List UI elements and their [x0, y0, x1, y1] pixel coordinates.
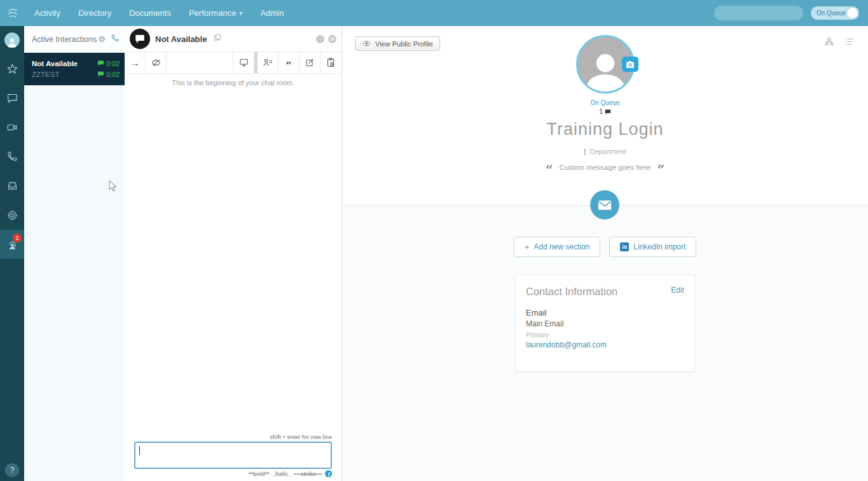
- user-avatar-icon: [4, 32, 20, 48]
- change-photo-button[interactable]: [622, 57, 638, 72]
- transfer-button[interactable]: →: [125, 52, 146, 73]
- interaction-list-item[interactable]: Not Available 0:02 ZZTEST 0:02: [24, 53, 125, 85]
- person-silhouette-icon: [582, 48, 629, 92]
- chat-panel: Not Available ‹ ⊘ →: [125, 26, 342, 481]
- nav-documents[interactable]: Documents: [120, 0, 180, 26]
- rail-workspace[interactable]: [0, 200, 24, 230]
- notes-button[interactable]: [300, 52, 320, 73]
- nav-directory[interactable]: Directory: [69, 0, 120, 26]
- format-hints: **bold** _italic_ ~~strike~~ i: [134, 470, 332, 477]
- slash-circle-glyph: ⊘: [330, 36, 335, 42]
- edit-link[interactable]: Edit: [671, 286, 684, 295]
- top-navigation-bar: Activity Directory Documents Performance…: [0, 0, 868, 26]
- search-input[interactable]: [719, 9, 818, 18]
- compose-icon: [305, 57, 315, 68]
- camera-icon: [625, 60, 635, 69]
- nav-performance-label: Performance: [189, 8, 236, 18]
- rail-profile[interactable]: [0, 26, 24, 54]
- nav-activity[interactable]: Activity: [25, 0, 69, 26]
- nav-directory-label: Directory: [78, 8, 111, 18]
- collapse-back-icon[interactable]: ‹: [316, 35, 324, 43]
- rail-interactions[interactable]: 1: [0, 230, 24, 259]
- contact-email-link[interactable]: laurendobb@gmail.com: [526, 340, 684, 349]
- envelope-icon: [598, 200, 612, 211]
- nav-performance[interactable]: Performance ▾: [180, 0, 251, 26]
- interaction-row-queue: ZZTEST 0:02: [32, 69, 120, 80]
- toolbar-spacer: [167, 52, 233, 73]
- format-hint-bold: **bold**: [248, 471, 269, 477]
- canned-responses-button[interactable]: “: [279, 52, 300, 73]
- phone-icon: [6, 151, 18, 162]
- logo-swirl-icon: [6, 6, 20, 20]
- profile-name: Training Login: [342, 120, 868, 139]
- video-camera-icon: [6, 122, 18, 133]
- on-queue-toggle[interactable]: On Queue: [811, 6, 859, 20]
- chat-composer: shift + enter for new line **bold** _ita…: [125, 434, 341, 481]
- toggle-knob[interactable]: [847, 8, 858, 18]
- star-icon: [6, 63, 18, 75]
- dialpad-phone-icon[interactable]: [111, 34, 120, 45]
- chat-intro-text: This is the beginning of your chat room.: [125, 79, 341, 87]
- chat-toolbar: →: [125, 52, 341, 74]
- chat-count-value: 1: [599, 108, 603, 115]
- newline-hint: shift + enter for new line: [134, 434, 332, 440]
- block-icon[interactable]: ⊘: [328, 35, 336, 43]
- message-input[interactable]: [135, 443, 331, 468]
- add-new-section-label: Add new section: [534, 242, 589, 251]
- message-input-wrap: [134, 442, 332, 469]
- info-icon[interactable]: i: [325, 470, 332, 477]
- linkedin-import-button[interactable]: in LinkedIn import: [609, 237, 696, 257]
- chat-header: Not Available ‹ ⊘: [125, 26, 341, 52]
- mute-hide-button[interactable]: [146, 52, 167, 73]
- chat-bubble-green-icon: [97, 71, 104, 78]
- interaction-row-status: Not Available 0:02: [32, 58, 120, 69]
- rail-chat[interactable]: [0, 83, 24, 113]
- contact-details-button[interactable]: [258, 52, 279, 73]
- chat-bubble-dark-icon: [605, 109, 611, 115]
- active-interactions-panel: Active Interactions ⚙ Not Available 0:02…: [24, 26, 125, 481]
- profile-status[interactable]: On Queue: [342, 99, 868, 106]
- arrow-right-icon: →: [130, 57, 140, 68]
- app-logo[interactable]: [0, 0, 25, 26]
- rail-favorites[interactable]: [0, 54, 24, 83]
- global-search: [714, 6, 803, 20]
- linkedin-icon: in: [620, 242, 629, 251]
- quote-icon: “: [286, 60, 292, 66]
- question-icon: ?: [10, 466, 15, 475]
- format-hint-italic: _italic_: [272, 471, 291, 477]
- target-icon: [6, 209, 18, 221]
- copy-icon[interactable]: [213, 33, 222, 45]
- custom-message-text[interactable]: Custom message goes here: [560, 164, 651, 171]
- pipe-glyph: |: [584, 148, 586, 155]
- gear-icon[interactable]: ⚙: [98, 34, 106, 44]
- left-icon-rail: 1 ?: [0, 26, 24, 481]
- department-label: Department: [589, 148, 626, 155]
- contact-information-card: Contact Information Edit Email Main Emai…: [515, 275, 695, 372]
- rail-inbox[interactable]: [0, 171, 24, 200]
- app-window: Activity Directory Documents Performance…: [0, 0, 868, 481]
- interaction-duration: 0:02: [107, 71, 120, 78]
- profile-chat-count: 1: [342, 108, 868, 115]
- chevron-left-glyph: ‹: [319, 36, 321, 42]
- contact-card-header: Contact Information Edit: [526, 286, 684, 298]
- profile-department[interactable]: |Department: [342, 148, 868, 155]
- nav-documents-label: Documents: [129, 8, 171, 18]
- interactions-title: Active Interactions: [32, 35, 98, 44]
- contact-card-title: Contact Information: [526, 286, 671, 298]
- interaction-duration: 0:02: [107, 60, 120, 67]
- rail-calls[interactable]: [0, 142, 24, 171]
- nav-admin[interactable]: Admin: [251, 0, 293, 26]
- interactions-header: Active Interactions ⚙: [24, 26, 125, 53]
- chat-header-actions: ‹ ⊘: [316, 35, 336, 43]
- help-button[interactable]: ?: [5, 463, 19, 477]
- email-fab-button[interactable]: [590, 190, 619, 220]
- caret-down-icon: ▾: [239, 10, 242, 17]
- profile-column: On Queue 1 Training Login |Department “ …: [342, 26, 868, 171]
- screen-share-button[interactable]: [233, 52, 254, 73]
- schedule-wrapup-button[interactable]: [320, 52, 341, 73]
- profile-custom-message: “ Custom message goes here ”: [342, 164, 868, 171]
- rail-video[interactable]: [0, 113, 24, 142]
- add-new-section-button[interactable]: + Add new section: [514, 237, 601, 257]
- profile-main-area: View Public Profile: [342, 26, 868, 481]
- format-hint-strike: ~~strike~~: [294, 471, 322, 477]
